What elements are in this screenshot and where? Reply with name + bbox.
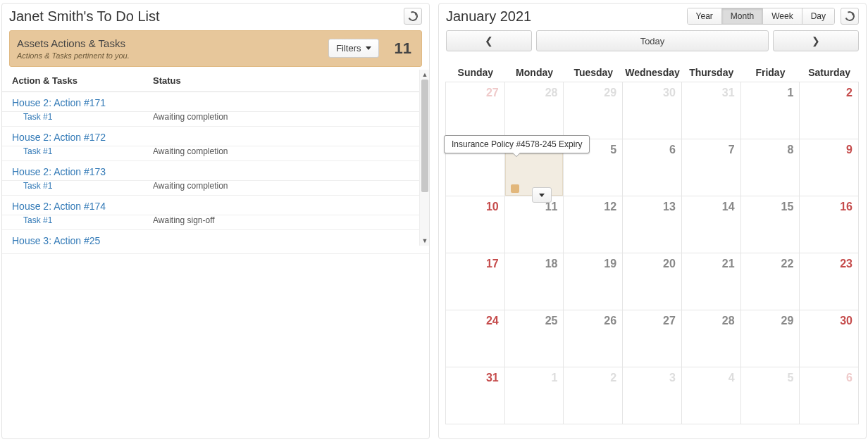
calendar-cell[interactable]: 25 [504,310,564,367]
refresh-icon [407,10,419,23]
todo-filter-banner: Assets Actions & Tasks Actions & Tasks p… [9,30,422,67]
calendar-cell[interactable]: 29 [740,310,800,367]
calendar-cell[interactable]: 5 [740,367,800,424]
calendar-cell[interactable]: 4 [681,367,741,424]
calendar-cell[interactable]: 16 [799,196,859,253]
calendar-cell[interactable]: 6 [622,139,682,196]
calendar-cell[interactable]: 2 [799,82,859,139]
filters-label: Filters [336,43,361,53]
calendar-cell[interactable]: 8 [740,139,800,196]
table-header-row: Action & Tasks Status [2,70,429,92]
banner-title: Assets Actions & Tasks [17,37,320,51]
calendar-title: January 2021 [446,8,531,25]
day-number: 3 [628,372,676,384]
scroll-up-icon[interactable]: ▲ [420,70,429,80]
todo-panel: Janet Smith's To Do List Assets Actions … [1,3,430,439]
day-number: 14 [688,201,735,213]
prev-button[interactable]: ❮ [446,30,532,51]
day-number: 30 [628,87,676,99]
day-number: 1 [747,87,794,99]
calendar-cell[interactable]: 15 [740,196,800,253]
todo-refresh-button[interactable] [404,8,422,25]
calendar-cell[interactable]: 17 [445,253,505,310]
calendar-cell[interactable]: 22 [740,253,800,310]
day-number: 12 [569,201,616,213]
calendar-cell[interactable]: 28 [681,310,741,367]
action-link[interactable]: House 2: Action #174 [12,199,106,215]
filters-button[interactable]: Filters [328,39,378,58]
day-number: 4 [688,372,735,384]
event-marker[interactable] [511,184,519,193]
task-link[interactable]: Task #1 [12,215,153,225]
calendar-cell[interactable]: 28 [504,82,564,139]
view-day[interactable]: Day [802,8,834,24]
banner-text: Assets Actions & Tasks Actions & Tasks p… [17,37,320,61]
task-link[interactable]: Task #1 [12,181,153,191]
todo-rows: House 2: Action #171Task #1Awaiting comp… [2,92,429,438]
calendar-cell[interactable]: 20 [622,253,682,310]
task-link[interactable]: Task #1 [12,112,153,122]
day-number: 25 [511,315,558,327]
chevron-left-icon: ❮ [485,35,493,46]
day-number: 23 [805,258,852,270]
calendar-cell[interactable]: 6 [799,367,859,424]
day-number: 29 [569,87,616,99]
action-link[interactable]: House 2: Action #173 [12,165,106,180]
day-number: 17 [452,258,499,270]
scroll-thumb[interactable] [421,80,428,192]
calendar-cell[interactable]: 11 [504,196,564,253]
refresh-icon [843,10,856,23]
action-link[interactable]: House 2: Action #171 [12,96,106,111]
action-link[interactable]: House 2: Action #172 [12,130,106,146]
calendar-cell[interactable]: 21 [681,253,741,310]
view-week[interactable]: Week [763,8,802,24]
calendar-cell[interactable]: 27 [445,82,505,139]
day-number: 7 [688,144,735,156]
day-number: 31 [452,372,499,384]
day-number: 6 [628,144,676,156]
calendar-cell[interactable]: 19 [563,253,623,310]
calendar-cell[interactable]: 7 [681,139,741,196]
calendar-cell[interactable]: 1 [504,367,564,424]
calendar-cell[interactable]: 24 [445,310,505,367]
task-link[interactable]: Task #1 [12,146,153,156]
day-number: 15 [747,201,794,213]
calendar-cell[interactable]: 30 [622,82,682,139]
todo-header: Janet Smith's To Do List [2,4,429,30]
calendar-cell[interactable]: 31 [681,82,741,139]
calendar-cell[interactable]: 12 [563,196,623,253]
task-status: Awaiting sign-off [153,215,215,225]
next-button[interactable]: ❯ [773,30,859,51]
todo-count: 11 [388,39,414,58]
calendar-cell[interactable]: 1 [740,82,800,139]
table-row: House 2: Action #172 [2,127,429,146]
calendar-cell[interactable]: 9 [799,139,859,196]
view-month[interactable]: Month [722,8,763,24]
calendar-cell[interactable]: 14 [681,196,741,253]
calendar-cell[interactable]: 3 [622,367,682,424]
action-link[interactable]: House 3: Action #25 [12,234,100,249]
day-number: 20 [628,258,676,270]
calendar-cell[interactable]: 26 [563,310,623,367]
calendar-cell[interactable]: 10 [445,196,505,253]
calendar-cell[interactable]: 31 [445,367,505,424]
expand-events-button[interactable] [532,187,552,203]
calendar-cell[interactable]: 23 [799,253,859,310]
view-year[interactable]: Year [688,8,722,24]
calendar-panel: January 2021 Year Month Week Day ❮ Today… [438,3,867,439]
today-button[interactable]: Today [536,30,769,51]
calendar-cell[interactable]: 18 [504,253,564,310]
calendar-refresh-button[interactable] [841,8,859,25]
scroll-down-icon[interactable]: ▼ [420,236,429,246]
dow-header: Sunday [446,63,505,82]
task-row: Task #1Awaiting completion [2,181,429,196]
day-number: 27 [628,315,676,327]
calendar-cell[interactable]: 13 [622,196,682,253]
calendar-cell[interactable]: 27 [622,310,682,367]
col-header-status: Status [153,75,419,86]
calendar-cell[interactable]: 2 [563,367,623,424]
scrollbar[interactable]: ▲ ▼ [419,70,429,246]
calendar-cell[interactable]: 30 [799,310,859,367]
task-row: Task #1Awaiting sign-off [2,215,429,230]
calendar-cell[interactable]: 29 [563,82,623,139]
